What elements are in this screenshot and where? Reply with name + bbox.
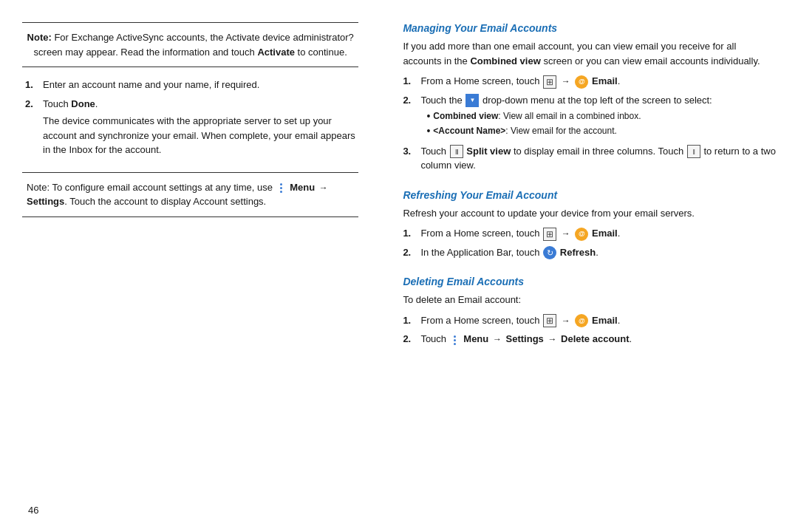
delete-menu-label: Menu — [463, 333, 488, 344]
deleting-step-1-content: From a Home screen, touch → Email. — [420, 313, 776, 328]
arrow-1: → — [562, 75, 570, 88]
note-box-2: Note: To configure email account setting… — [22, 172, 358, 217]
steps-section: Enter an account name and your name, if … — [22, 78, 358, 162]
step-6: Touch Done. The device communicates with… — [25, 97, 358, 157]
delete-settings-label: Settings — [506, 333, 544, 344]
managing-step-3: Touch Split view to display email in thr… — [403, 144, 776, 173]
step-6-done: Done — [71, 98, 95, 109]
menu-icon-2 — [450, 333, 460, 347]
arrow-3: → — [562, 314, 570, 327]
note2-settings: Settings — [27, 196, 64, 207]
section-refreshing: Refreshing Your Email Account Refresh yo… — [403, 189, 776, 265]
note-box-1: Note: For Exchange ActiveSync accounts, … — [22, 22, 358, 67]
managing-step-2-content: Touch the drop-down menu at the top left… — [420, 93, 776, 140]
combined-label: Combined view — [433, 111, 498, 121]
arrow-4: → — [493, 332, 502, 346]
deleting-step-2: Touch Menu → Settings → Delete account. — [403, 332, 776, 347]
split-icon — [450, 145, 463, 158]
note2-row: Note: To configure email account setting… — [27, 180, 354, 209]
left-column: Note: For Exchange ActiveSync accounts, … — [22, 22, 373, 510]
section-managing-heading: Managing Your Email Accounts — [403, 22, 776, 34]
option-combined: Combined view: View all email in a combi… — [426, 110, 776, 123]
note1-text: Note: For Exchange ActiveSync accounts, … — [27, 30, 354, 59]
refreshing-step-1: From a Home screen, touch → Email. — [403, 226, 776, 241]
section-refreshing-heading: Refreshing Your Email Account — [403, 189, 776, 201]
deleting-step-2-content: Touch Menu → Settings → Delete account. — [420, 332, 776, 347]
email-label-2: Email — [592, 228, 618, 239]
refreshing-step-2: In the Application Bar, touch Refresh. — [403, 245, 776, 260]
note1-body: For Exchange ActiveSync accounts, the Ac… — [34, 32, 354, 58]
managing-steps: From a Home screen, touch → Email. Touch… — [403, 74, 776, 173]
arrow-5: → — [548, 332, 556, 346]
account-desc: : View email for the account. — [505, 126, 617, 136]
delete-account-label: Delete account — [561, 333, 629, 344]
section-refreshing-intro: Refresh your account to update your devi… — [403, 206, 776, 221]
page-number: 46 — [28, 505, 38, 516]
refreshing-step-1-content: From a Home screen, touch → Email. — [420, 226, 776, 241]
section-deleting-heading: Deleting Email Accounts — [403, 276, 776, 287]
note2-label: Note: — [27, 182, 50, 193]
grid-icon-3 — [543, 314, 556, 327]
section-managing: Managing Your Email Accounts If you add … — [403, 22, 776, 177]
right-column: Managing Your Email Accounts If you add … — [395, 22, 776, 510]
step-5: Enter an account name and your name, if … — [25, 78, 358, 92]
menu-icon — [276, 181, 287, 194]
section-deleting: Deleting Email Accounts To delete an Ema… — [403, 276, 776, 351]
email-label-3: Email — [592, 315, 618, 326]
account-label: <Account Name> — [433, 126, 505, 136]
dropdown-icon — [466, 94, 479, 107]
section-managing-intro: If you add more than one email account, … — [403, 39, 776, 68]
step-6-text: Touch Done. — [43, 98, 98, 109]
refresh-label: Refresh — [560, 247, 596, 258]
note2-body: To configure email account settings at a… — [27, 182, 330, 208]
step-6-content: Touch Done. The device communicates with… — [43, 97, 358, 157]
step-5-content: Enter an account name and your name, if … — [43, 78, 358, 92]
email-icon-1 — [575, 75, 588, 89]
note2-text: Note: To configure email account setting… — [27, 180, 354, 209]
email-icon-2 — [575, 228, 588, 241]
arrow-2: → — [562, 227, 570, 240]
note2-menu: Menu — [290, 182, 315, 193]
section-deleting-intro: To delete an Email account: — [403, 293, 776, 307]
main-steps-list: Enter an account name and your name, if … — [25, 78, 358, 157]
dropdown-options: Combined view: View all email in a combi… — [420, 110, 776, 137]
refreshing-steps: From a Home screen, touch → Email. In th… — [403, 226, 776, 259]
refreshing-step-2-content: In the Application Bar, touch Refresh. — [420, 245, 776, 260]
managing-step-3-content: Touch Split view to display email in thr… — [420, 144, 776, 173]
managing-step-1: From a Home screen, touch → Email. — [403, 74, 776, 89]
deleting-step-1: From a Home screen, touch → Email. — [403, 313, 776, 328]
two-col-icon — [687, 145, 700, 158]
deleting-steps: From a Home screen, touch → Email. Touch — [403, 313, 776, 347]
step-6-sub: The device communicates with the appropr… — [43, 114, 358, 157]
combined-desc: : View all email in a combined inbox. — [498, 111, 641, 121]
email-icon-3 — [575, 314, 588, 327]
note1-activate: Activate — [257, 47, 295, 58]
note2-arrow: → — [319, 181, 328, 194]
grid-icon-1 — [543, 75, 556, 89]
combined-view-bold: Combined view — [470, 55, 540, 66]
refresh-icon — [543, 246, 556, 259]
option-account: <Account Name>: View email for the accou… — [426, 125, 776, 137]
managing-step-2: Touch the drop-down menu at the top left… — [403, 93, 776, 140]
email-label-1: Email — [592, 75, 618, 86]
note1-label: Note: — [27, 32, 52, 43]
split-view-label: Split view — [466, 146, 511, 157]
step-5-text: Enter an account name and your name, if … — [43, 79, 259, 90]
managing-step-1-content: From a Home screen, touch → Email. — [420, 74, 776, 89]
grid-icon-2 — [543, 228, 556, 241]
